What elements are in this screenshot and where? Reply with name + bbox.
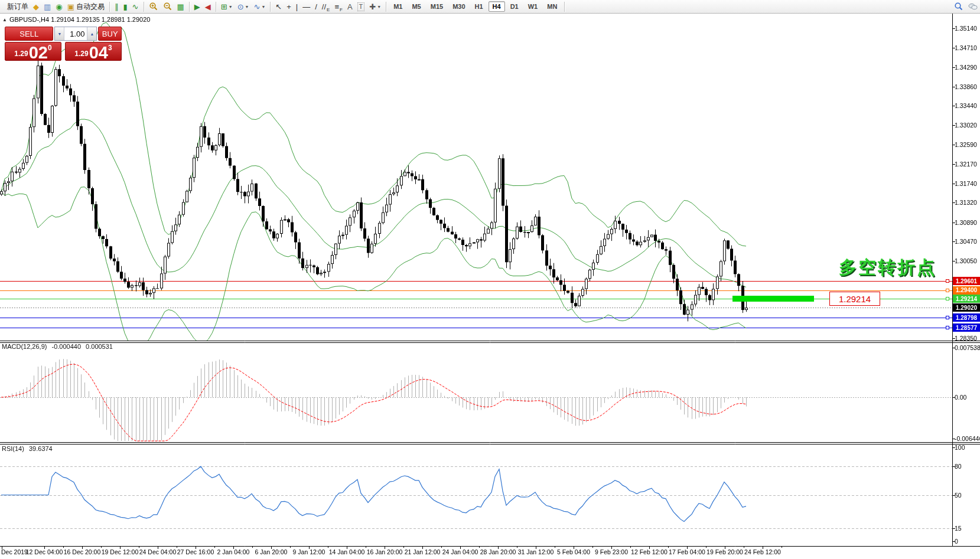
price-level-badge: 1.29020 [953,303,980,312]
timeframe-mn[interactable]: MN [543,1,561,12]
rsi-indicator-label: RSI(14) 39.6374 [2,445,53,452]
fibonacci-icon[interactable]: ≡F [333,1,344,12]
zoom-out-icon[interactable] [161,1,174,12]
indicators-icon[interactable]: ∿▼ [252,1,267,12]
chart-title: ▲ GBPUSD-,H4 1.29104 1.29135 1.28981 1.2… [2,16,150,23]
price-level-badge: 1.29601 [953,277,980,285]
volume-input[interactable]: 1.00 [64,27,87,40]
new-order-button[interactable]: 新订单 [4,1,30,12]
timeframe-m1[interactable]: M1 [389,1,406,12]
vertical-line-icon[interactable]: | [294,1,299,12]
time-axis-label: 27 Dec 16:00 [177,548,214,555]
toolbar-separator [144,2,144,12]
price-axis-tick: 1.30470 [955,238,977,245]
candlestick-chart-icon[interactable]: ▮ [121,1,129,12]
time-axis-label: 9 Feb 23:00 [595,548,628,555]
one-click-trading-panel: SELL ▼ 1.00 ▲ BUY 1.29 02 0 1.29 04 3 [5,27,122,61]
price-axis-tick: 1.33860 [955,83,977,90]
time-axis-label: 12 Feb 12:00 [631,548,668,555]
chat-icon[interactable] [966,1,979,12]
timeframe-m5[interactable]: M5 [408,1,425,12]
price-level-badge: 1.29400 [953,286,980,295]
time-axis-label: 9 Jan 12:00 [293,548,325,555]
time-axis-label: 2 Jan 04:00 [217,548,250,555]
price-axis-tick: 1.32170 [955,161,977,168]
buy-price-big: 04 [89,45,108,60]
arrows-icon[interactable]: ✚▼ [367,1,383,12]
time-axis-label: 16 Jan 20:00 [367,548,403,555]
chart-canvas[interactable] [0,0,980,559]
search-icon[interactable] [952,1,965,12]
time-axis-label: 24 Feb 12:00 [744,548,781,555]
buy-price-box[interactable]: 1.29 04 3 [65,42,122,61]
time-axis-label: 31 Jan 12:00 [518,548,554,555]
timeframe-d1[interactable]: D1 [506,1,523,12]
order-ticket-icon[interactable]: ◆ [31,1,41,12]
time-axis-label: 12 Dec 04:00 [26,548,63,555]
time-axis-label: 17 Feb 04:00 [669,548,705,555]
chart-annotation-text[interactable]: 多空转折点 [839,256,936,280]
rsi-axis-tick: 80 [955,463,962,470]
level-price-label[interactable]: 1.29214 [829,292,880,306]
macd-main-value: -0.000440 [51,343,81,350]
price-axis-tick: 1.30890 [955,219,977,226]
time-axis-label: 6 Jan 20:00 [255,548,288,555]
timeframe-h1[interactable]: H1 [471,1,487,12]
buy-price-pip: 3 [108,44,112,52]
time-axis-label: 16 Dec 20:00 [64,548,100,555]
sell-price-pip: 0 [48,44,52,52]
volume-decrease-button[interactable]: ▼ [55,27,64,40]
line-chart-icon[interactable]: ∿ [131,1,141,12]
time-axis-label: 5 Feb 04:00 [557,548,590,555]
time-axis-label: 21 Jan 12:00 [405,548,441,555]
chart-shift-icon[interactable]: ◀ [203,1,213,12]
price-level-badge: 1.28798 [953,313,980,322]
chart-title-text: GBPUSD-,H4 1.29104 1.29135 1.28981 1.290… [9,16,151,23]
time-axis-label: 14 Jan 04:00 [329,548,365,555]
toolbar-separator [270,2,271,12]
toolbar-separator [189,2,190,12]
signals-icon[interactable]: ◉ [54,1,64,12]
new-chart-icon[interactable]: ⊞▼ [219,1,235,12]
timeframe-m30[interactable]: M30 [448,1,469,12]
macd-axis-max: 0.007538 [955,344,980,351]
rsi-axis-tick: 0 [955,538,958,545]
sell-button[interactable]: SELL [5,27,53,41]
price-level-badge: 1.28577 [953,323,980,332]
timeframe-w1[interactable]: W1 [524,1,542,12]
terminal-window-icon[interactable]: ▥ [42,1,53,12]
rsi-axis-tick: 50 [955,492,962,499]
time-axis-label: Dec 2019 [1,548,28,555]
text-icon[interactable]: A [346,1,354,12]
macd-axis-min: -0.006446 [955,435,980,442]
rsi-axis-tick: 100 [955,444,965,451]
price-axis-tick: 1.34290 [955,64,977,71]
horizontal-line-icon[interactable]: — [301,1,312,12]
sell-price-prefix: 1.29 [14,50,28,58]
timeframe-m15[interactable]: M15 [426,1,447,12]
time-axis-label: 24 Jan 04:00 [442,548,478,555]
price-axis-tick: 1.33020 [955,122,977,129]
price-axis-tick: 1.33440 [955,102,977,109]
macd-signal-value: 0.000531 [86,343,113,350]
volume-increase-button[interactable]: ▲ [87,27,96,40]
volume-stepper: ▼ 1.00 ▲ [54,27,97,41]
tile-windows-icon[interactable]: ▦ [175,1,186,12]
crosshair-icon[interactable]: + [285,1,293,12]
bar-chart-icon[interactable]: ∥ [113,1,121,12]
equidistant-channel-icon[interactable]: //E [320,1,332,12]
autotrading-button[interactable]: ▣自动交易 [66,1,106,12]
auto-scroll-icon[interactable]: ▶ [193,1,202,12]
trendline-icon[interactable]: / [313,1,319,12]
price-axis-tick: 1.32590 [955,141,977,148]
rsi-axis-tick: 15 [955,525,962,532]
cursor-icon[interactable]: ↖ [274,1,284,12]
sell-price-box[interactable]: 1.29 02 0 [5,42,61,61]
sell-price-big: 02 [29,45,48,60]
zoom-in-icon[interactable] [147,1,160,12]
chart-period-icon[interactable]: ⊙▼ [236,1,251,12]
text-label-icon[interactable]: T [356,1,367,12]
timeframe-h4[interactable]: H4 [489,1,505,12]
rsi-value: 39.6374 [29,445,53,452]
buy-button[interactable]: BUY [98,27,122,41]
